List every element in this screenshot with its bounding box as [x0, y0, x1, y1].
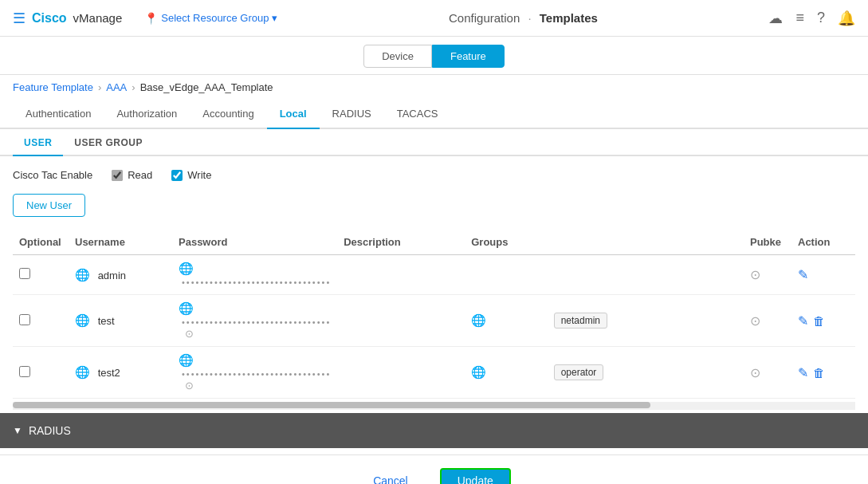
breadcrumb-item3: Base_vEdge_AAA_Template: [140, 81, 273, 93]
row1-action-icons: ✎: [798, 267, 849, 282]
row1-password-globe-icon: 🌐: [179, 262, 194, 275]
cisco-logo: Cisco: [32, 11, 67, 26]
vmanage-label: vManage: [73, 11, 123, 25]
subtab-user[interactable]: USER: [13, 131, 63, 155]
row1-edit-icon[interactable]: ✎: [798, 267, 808, 282]
tab-tacacs[interactable]: TACACS: [384, 100, 451, 128]
tab-authentication[interactable]: Authentication: [13, 100, 104, 128]
row2-desc-check-icon: ⊙: [185, 328, 194, 340]
row2-username: test: [98, 315, 115, 327]
row3-groups-globe-cell: 🌐: [465, 347, 547, 399]
hamburger-icon[interactable]: ☰: [13, 10, 26, 27]
row2-edit-icon[interactable]: ✎: [798, 313, 808, 329]
toggle-bar: Device Feature: [0, 37, 868, 75]
topnav: ☰ Cisco vManage 📍 Select Resource Group …: [0, 0, 868, 37]
row3-groups-globe-icon: 🌐: [471, 365, 486, 379]
row3-groups-cell: operator: [548, 347, 744, 399]
table-header: Optional Username Password Description G…: [13, 230, 855, 255]
row2-pubke-check-icon: ⊙: [750, 314, 760, 328]
new-user-button[interactable]: New User: [13, 194, 85, 217]
row3-password-globe-icon: 🌐: [179, 353, 194, 367]
tac-enable-label: Cisco Tac Enable: [13, 169, 92, 181]
subtabs: USER USER GROUP: [0, 131, 868, 156]
row1-pubke-check-icon: ⊙: [750, 268, 760, 281]
col-header-groups: Groups: [465, 230, 744, 255]
row1-description: [337, 255, 465, 295]
row3-optional: [13, 347, 69, 399]
row1-password: ••••••••••••••••••••••••••••••••: [182, 277, 331, 287]
update-button[interactable]: Update: [440, 468, 511, 484]
col-header-pubke: Pubke: [744, 230, 791, 255]
col-header-optional: Optional: [13, 230, 69, 255]
row3-username-globe-icon: 🌐: [75, 365, 90, 379]
cloud-icon[interactable]: ☁: [768, 10, 783, 27]
tab-local[interactable]: Local: [267, 100, 320, 128]
row3-edit-icon[interactable]: ✎: [798, 365, 808, 380]
page-title: Templates: [540, 11, 598, 25]
tac-enable-row: Cisco Tac Enable Read Write: [13, 169, 855, 181]
col-header-password: Password: [172, 230, 337, 255]
row3-optional-checkbox[interactable]: [19, 366, 30, 377]
topnav-left: ☰ Cisco vManage 📍 Select Resource Group …: [13, 10, 277, 27]
row3-description: [337, 347, 465, 399]
content-area: Cisco Tac Enable Read Write New User Opt…: [0, 156, 868, 410]
row1-optional-checkbox[interactable]: [19, 268, 30, 279]
breadcrumb-item2[interactable]: AAA: [106, 81, 127, 93]
radius-chevron-icon: ▼: [13, 425, 22, 436]
row2-pubke-cell: ⊙: [744, 295, 791, 347]
subtab-user-group[interactable]: USER GROUP: [63, 131, 154, 155]
tab-radius[interactable]: RADIUS: [320, 100, 384, 128]
row3-pubke-cell: ⊙: [744, 347, 791, 399]
breadcrumb-sep1: ›: [98, 81, 101, 93]
row3-username-cell: 🌐 test2: [69, 347, 172, 399]
bell-icon[interactable]: 🔔: [838, 10, 855, 27]
topnav-center: Configuration · Templates: [277, 11, 768, 25]
row2-password-globe-icon: 🌐: [179, 301, 194, 315]
write-checkbox[interactable]: [171, 170, 183, 181]
radius-section[interactable]: ▼ RADIUS: [0, 413, 868, 448]
col-header-action: Action: [791, 230, 855, 255]
users-table: Optional Username Password Description G…: [13, 230, 855, 399]
resource-group-selector[interactable]: 📍 Select Resource Group ▾: [144, 12, 277, 25]
menu-icon[interactable]: ≡: [795, 10, 804, 26]
row1-username: admin: [98, 270, 126, 281]
topnav-right: ☁ ≡ ? 🔔: [768, 10, 855, 27]
row2-optional: [13, 295, 69, 347]
scrollbar-thumb[interactable]: [13, 402, 650, 408]
row2-password: ••••••••••••••••••••••••••••••••: [182, 317, 331, 327]
row2-action-cell: ✎ 🗑: [791, 295, 855, 347]
write-checkbox-group: Write: [171, 169, 211, 181]
row1-groups-cell: [465, 255, 744, 295]
help-icon[interactable]: ?: [817, 10, 825, 26]
footer: Cancel Update: [0, 454, 868, 484]
row2-delete-icon[interactable]: 🗑: [813, 314, 825, 328]
horizontal-scrollbar[interactable]: [13, 402, 855, 410]
read-checkbox[interactable]: [112, 170, 123, 181]
resource-group-label: Select Resource Group: [161, 12, 269, 24]
row3-pubke-check-icon: ⊙: [750, 366, 760, 380]
table-row: 🌐 admin 🌐 ••••••••••••••••••••••••••••••…: [13, 255, 855, 295]
row2-groups-globe-cell: 🌐: [465, 295, 547, 347]
breadcrumb-item1[interactable]: Feature Template: [13, 81, 93, 93]
write-label: Write: [187, 169, 211, 181]
table-row: 🌐 test 🌐 •••••••••••••••••••••••••••••••…: [13, 295, 855, 347]
table-body: 🌐 admin 🌐 ••••••••••••••••••••••••••••••…: [13, 255, 855, 399]
row1-username-cell: 🌐 admin: [69, 255, 172, 295]
row3-password-cell: 🌐 •••••••••••••••••••••••••••••••• ⊙: [172, 347, 337, 399]
device-toggle-button[interactable]: Device: [363, 45, 432, 68]
row3-group-tag: operator: [554, 364, 604, 380]
row2-groups-globe-icon: 🌐: [471, 313, 486, 327]
row2-optional-checkbox[interactable]: [19, 314, 30, 325]
breadcrumb-sep2: ›: [132, 81, 135, 93]
row1-username-globe-icon: 🌐: [75, 268, 90, 281]
cancel-button[interactable]: Cancel: [357, 470, 424, 484]
row2-description: [337, 295, 465, 347]
row3-delete-icon[interactable]: 🗑: [813, 366, 825, 380]
page-label: Configuration: [449, 11, 520, 25]
row1-optional: [13, 255, 69, 295]
feature-toggle-button[interactable]: Feature: [432, 45, 505, 68]
tab-authorization[interactable]: Authorization: [104, 100, 190, 128]
table-row: 🌐 test2 🌐 ••••••••••••••••••••••••••••••…: [13, 347, 855, 399]
read-label: Read: [128, 169, 152, 181]
tab-accounting[interactable]: Accounting: [190, 100, 266, 128]
